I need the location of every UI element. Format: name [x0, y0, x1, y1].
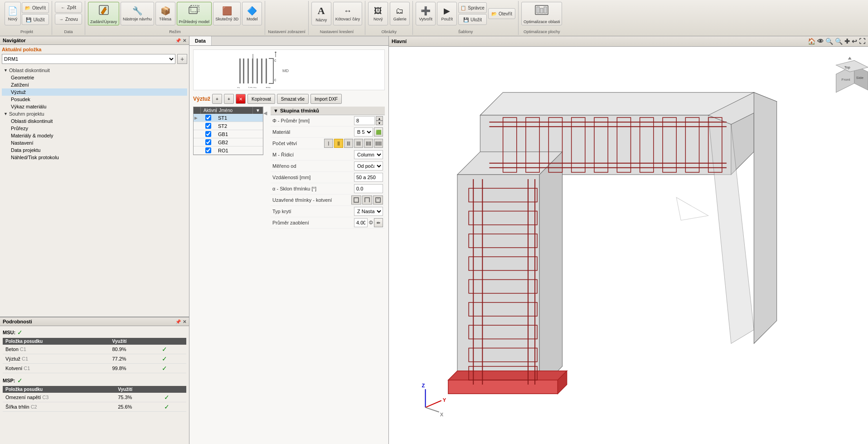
mereno-od-select[interactable]: Od počátku: [354, 161, 383, 171]
tree-item-nahled[interactable]: Náhled/Tisk protokolu: [2, 154, 187, 161]
novy-obr-button[interactable]: 🖼 Nový: [368, 2, 388, 25]
new-button[interactable]: 📄 Nový: [5, 2, 21, 25]
st2-check[interactable]: [201, 122, 215, 130]
ro1-checkbox[interactable]: [205, 147, 211, 153]
pruhledny-button[interactable]: Průhledný model: [177, 2, 212, 25]
branch-1[interactable]: |: [324, 139, 333, 148]
st2-checkbox[interactable]: [205, 123, 211, 129]
gb2-check[interactable]: [201, 138, 215, 146]
prumer-zaobleni-input[interactable]: [354, 218, 368, 227]
telesa-button[interactable]: 📦 Tělesa: [155, 2, 175, 25]
zadani-button[interactable]: Zadání/Úpravy: [88, 2, 119, 25]
fullscreen-icon[interactable]: ⛶: [859, 38, 865, 45]
nav-pin-icon[interactable]: 📌: [175, 38, 181, 43]
galerie-button[interactable]: 🗂 Galerie: [390, 2, 410, 25]
gb1-check[interactable]: [201, 130, 215, 138]
vytvorit-label: Vytvořit: [419, 17, 432, 21]
add-rebar-button[interactable]: +: [212, 94, 222, 104]
nav-close-icon[interactable]: ✕: [183, 38, 186, 43]
ulozit2-button[interactable]: 💾 Uložit: [458, 14, 487, 25]
tree-item-pruřezy[interactable]: Průřezy: [2, 125, 187, 132]
current-item-dropdown[interactable]: DRM1: [2, 54, 175, 64]
ridici-select[interactable]: Column: [354, 150, 383, 159]
branch-4[interactable]: ||||: [354, 139, 363, 148]
tree-section-souhrn[interactable]: ▼ Souhrn projektu: [2, 110, 187, 117]
gb1-checkbox[interactable]: [205, 131, 211, 137]
nastroje-button[interactable]: 🔧 Nástroje návrhu: [121, 2, 154, 25]
details-close-icon[interactable]: ✕: [183, 319, 186, 324]
model-button[interactable]: 🔷 Model: [242, 2, 262, 25]
nav-add-button[interactable]: +: [177, 54, 187, 64]
stirrup-icon-2[interactable]: [362, 195, 372, 205]
vytvorit-button[interactable]: ➕ Vytvořit: [416, 2, 436, 25]
pouzit-button[interactable]: ▶ Použít: [437, 2, 457, 25]
toolbar-group-projekt: 📄 Nový 📂 Otevřít 💾 Uložit Projekt: [2, 1, 52, 35]
branch-3[interactable]: |||: [344, 139, 353, 148]
save-label: Uložit: [33, 17, 44, 22]
tree-item-geometrie[interactable]: Geometrie: [2, 74, 187, 81]
svg-text:ax₂: ax₂: [266, 86, 271, 88]
spravce-button[interactable]: 📋 Správce: [458, 2, 487, 13]
ro1-check[interactable]: [201, 146, 215, 154]
gb2-checkbox[interactable]: [205, 139, 211, 145]
details-pin-icon[interactable]: 📌: [175, 319, 181, 324]
tree-item-materialy[interactable]: Materiály & modely: [2, 132, 187, 139]
tree-item-zatizeni[interactable]: Zatížení: [2, 81, 187, 88]
branch-6[interactable]: ||||||: [374, 139, 383, 148]
stirrup-icon-1[interactable]: [351, 195, 361, 205]
tree-item-vyztuz[interactable]: Výztuž: [2, 88, 187, 96]
back-button[interactable]: ← Zpět: [55, 2, 82, 13]
rebar-row-gb2[interactable]: GB2: [194, 138, 263, 146]
undo-view-icon[interactable]: ↩: [852, 38, 857, 45]
home-icon[interactable]: 🏠: [808, 38, 815, 45]
tree-item-data-projektu[interactable]: Data projektu: [2, 146, 187, 154]
sklon-input[interactable]: [354, 184, 383, 193]
prumer-input[interactable]: [354, 116, 375, 125]
view3d[interactable]: Z Y X Front Side Top: [389, 47, 868, 444]
msp-table: Položka posudku Využití Omezení napětí C…: [3, 386, 186, 412]
rebar-row-st1[interactable]: ▶ ST1: [194, 114, 263, 122]
add-rebar2-button[interactable]: +: [224, 94, 234, 104]
nazvy-button[interactable]: A Názvy: [311, 2, 331, 25]
kotovaci-button[interactable]: ↔ Kótovací čáry: [333, 2, 363, 25]
tree-item-nastaveni[interactable]: Nastavení: [2, 139, 187, 146]
prumer-up[interactable]: ▲: [376, 116, 383, 121]
tree-section-oblast[interactable]: ▼ Oblast diskontinuit: [2, 67, 187, 74]
delete-all-button[interactable]: Smazat vše: [277, 94, 309, 104]
vzdalenosti-input[interactable]: [354, 173, 383, 182]
prumer-zaobleni-edit[interactable]: ✏: [374, 218, 383, 227]
tab-data[interactable]: Data: [189, 36, 212, 45]
delete-rebar-button[interactable]: ✕: [236, 94, 246, 104]
material-edit-btn[interactable]: 🟩: [374, 127, 383, 137]
rebar-row-ro1[interactable]: RO1: [194, 146, 263, 155]
branch-2[interactable]: ||: [334, 139, 343, 148]
save-button[interactable]: 💾 Uložit: [22, 14, 49, 25]
tree-item-oblasti[interactable]: Oblasti diskontinuit: [2, 117, 187, 125]
import-dxf-button[interactable]: Import DXF: [310, 94, 342, 104]
typ-kryti-select[interactable]: Z Nastavení: [354, 207, 383, 216]
skutecny-button[interactable]: 🟫 Skutečný 3D: [213, 2, 241, 25]
optimalizace-button[interactable]: Optimalizace oblasti: [521, 2, 563, 25]
material-select[interactable]: B 500B: [354, 127, 373, 137]
prumer-down[interactable]: ▼: [376, 121, 383, 125]
branch-5[interactable]: |||||: [364, 139, 373, 148]
save-icon: 💾: [26, 17, 31, 22]
st1-check[interactable]: [201, 114, 215, 122]
tree-item-vykaz[interactable]: Výkaz materiálu: [2, 103, 187, 110]
st1-checkbox[interactable]: [205, 115, 211, 121]
open-button[interactable]: 📂 Otevřít: [22, 2, 49, 13]
forward-button[interactable]: → Znovu: [55, 14, 82, 24]
pan-icon[interactable]: ✚: [844, 38, 850, 45]
zoom-in-icon[interactable]: 🔍: [825, 38, 833, 45]
msp-status: ✓: [17, 377, 23, 384]
tree-item-posudek[interactable]: Posudek: [2, 96, 187, 103]
otevrit2-button[interactable]: 📂 Otevřít: [488, 8, 515, 19]
eye-icon[interactable]: 👁: [817, 38, 824, 45]
zoom-out-icon[interactable]: 🔍: [835, 38, 843, 45]
rebar-row-st2[interactable]: ST2: [194, 122, 263, 130]
copy-button[interactable]: Kopírovat: [247, 94, 275, 104]
pocet-vetvi-label: Počet větví: [272, 141, 324, 146]
rebar-row-gb1[interactable]: GB1: [194, 130, 263, 138]
stirrup-icon-3[interactable]: [373, 195, 383, 205]
msu-header-util: Využití: [109, 338, 159, 345]
